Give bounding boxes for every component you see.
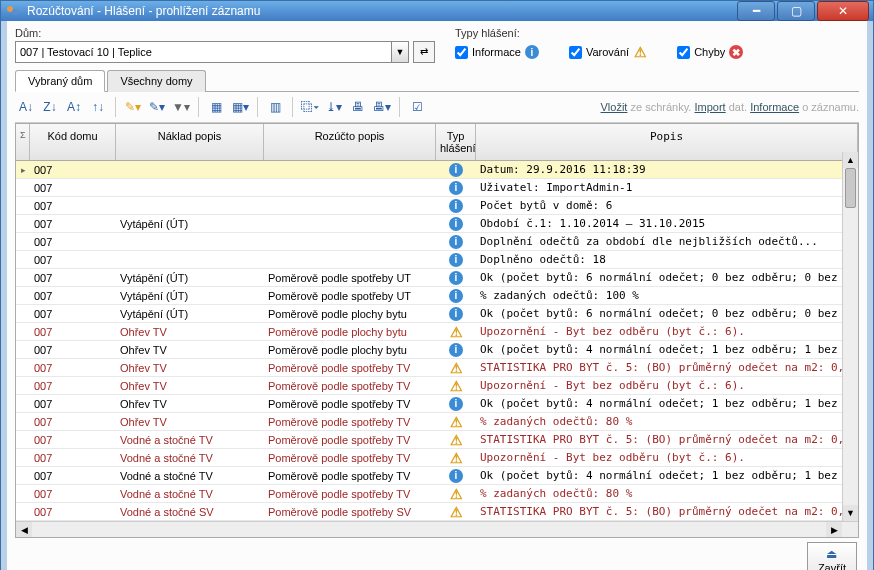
link-import[interactable]: Import [695,101,726,113]
dum-input[interactable] [15,41,392,63]
copy-icon[interactable]: ⿻▾ [299,96,321,118]
close-button[interactable]: ⏏ Zavřít [807,542,857,570]
table-row[interactable]: 007Ohřev TVPoměrově podle spotřeby TV⚠Up… [16,377,858,395]
sort-multi-icon[interactable]: ↑↓ [87,96,109,118]
close-window-button[interactable]: ✕ [817,1,869,21]
row-indicator [16,421,30,423]
table-row[interactable]: 007Vodné a stočné TVPoměrově podle spotř… [16,485,858,503]
col-kod-domu[interactable]: Kód domu [30,124,116,160]
row-indicator [16,241,30,243]
cell-kod: 007 [30,505,116,519]
vertical-scrollbar[interactable]: ▲ ▼ [842,152,858,521]
chk-varovani[interactable]: Varování ⚠ [569,45,647,59]
export-icon[interactable]: ⤓▾ [323,96,345,118]
chk-chyby-box[interactable] [677,46,690,59]
cell-rozucto [264,187,436,189]
col-sigma[interactable]: Σ [16,124,30,160]
cell-kod: 007 [30,235,116,249]
cell-typ: i [436,396,476,412]
table-row[interactable]: 007iDoplněno odečtů: 18 [16,251,858,269]
cell-popis: Doplnění odečtů za období dle nejbližšíc… [476,234,858,249]
columns-icon[interactable]: ▥ [264,96,286,118]
col-popis[interactable]: Popis [476,124,858,160]
chk-informace[interactable]: Informace i [455,45,539,59]
cell-popis: Doplněno odečtů: 18 [476,252,858,267]
cell-rozucto: Poměrově podle spotřeby TV [264,379,436,393]
table-row[interactable]: 007Vodné a stočné TVPoměrově podle spotř… [16,467,858,485]
print-icon[interactable]: 🖶 [347,96,369,118]
table-row[interactable]: 007Ohřev TVPoměrově podle spotřeby TViOk… [16,395,858,413]
highlight-icon[interactable]: ✎▾ [122,96,144,118]
print-options-icon[interactable]: 🖶▾ [371,96,393,118]
row-indicator [16,493,30,495]
row-indicator [16,259,30,261]
col-typ-hlaseni[interactable]: Typ hlášení [436,124,476,160]
cell-kod: 007 [30,433,116,447]
link-informace[interactable]: Informace [750,101,799,113]
col-rozucto-popis[interactable]: Rozúčto popis [264,124,436,160]
col-naklad-popis[interactable]: Náklad popis [116,124,264,160]
link-vlozit[interactable]: Vložit [601,101,628,113]
cell-rozucto: Poměrově podle spotřeby UT [264,271,436,285]
dum-lookup-button[interactable]: ⇄ [413,41,435,63]
table-row[interactable]: 007Vytápění (ÚT)iObdobí č.1: 1.10.2014 –… [16,215,858,233]
row-indicator [16,313,30,315]
grid-body[interactable]: ▸007iDatum: 29.9.2016 11:18:39007iUživat… [16,161,858,521]
table-row[interactable]: 007Vytápění (ÚT)Poměrově podle spotřeby … [16,269,858,287]
scroll-up-icon[interactable]: ▲ [843,152,858,168]
chk-varovani-box[interactable] [569,46,582,59]
table-row[interactable]: 007iDoplnění odečtů za období dle nejbli… [16,233,858,251]
horizontal-scrollbar[interactable]: ◀ ▶ [16,521,858,537]
table-row[interactable]: 007Vytápění (ÚT)Poměrově podle plochy by… [16,305,858,323]
tab-vsechny-domy[interactable]: Všechny domy [107,70,205,92]
tab-vybrany-dum[interactable]: Vybraný dům [15,70,105,92]
dum-combo[interactable]: ▼ [15,41,409,63]
scroll-left-icon[interactable]: ◀ [16,522,32,537]
table-row[interactable]: 007Vodné a stočné SVPoměrově podle spotř… [16,503,858,521]
cell-naklad: Ohřev TV [116,415,264,429]
cell-typ: ⚠ [436,432,476,448]
table-row[interactable]: 007iPočet bytů v domě: 6 [16,197,858,215]
scroll-right-icon[interactable]: ▶ [826,522,842,537]
sort-clear-icon[interactable]: A↕ [63,96,85,118]
dum-label: Dům: [15,27,435,39]
cell-kod: 007 [30,343,116,357]
sort-desc-icon[interactable]: Z↓ [39,96,61,118]
grid-options-icon[interactable]: ▦▾ [229,96,251,118]
cell-kod: 007 [30,253,116,267]
minimize-button[interactable]: ━ [737,1,775,21]
table-row[interactable]: ▸007iDatum: 29.9.2016 11:18:39 [16,161,858,179]
cell-rozucto: Poměrově podle spotřeby TV [264,487,436,501]
table-row[interactable]: 007Vytápění (ÚT)Poměrově podle spotřeby … [16,287,858,305]
table-row[interactable]: 007Ohřev TVPoměrově podle plochy bytu⚠Up… [16,323,858,341]
table-row[interactable]: 007Ohřev TVPoměrově podle spotřeby TV⚠% … [16,413,858,431]
grid-view-icon[interactable]: ▦ [205,96,227,118]
edit-icon[interactable]: ✎▾ [146,96,168,118]
info-icon: i [449,253,463,267]
titlebar[interactable]: Rozúčtování - Hlášení - prohlížení zázna… [1,1,873,21]
chevron-down-icon[interactable]: ▼ [392,41,409,63]
cell-rozucto: Poměrově podle spotřeby TV [264,469,436,483]
sort-asc-icon[interactable]: A↓ [15,96,37,118]
row-indicator [16,349,30,351]
cell-kod: 007 [30,415,116,429]
table-row[interactable]: 007Vodné a stočné TVPoměrově podle spotř… [16,449,858,467]
filter-icon[interactable]: ▼▾ [170,96,192,118]
cell-kod: 007 [30,379,116,393]
maximize-button[interactable]: ▢ [777,1,815,21]
select-all-icon[interactable]: ☑ [406,96,428,118]
scroll-thumb[interactable] [845,168,856,208]
scroll-down-icon[interactable]: ▼ [843,505,858,521]
table-row[interactable]: 007iUživatel: ImportAdmin-1 [16,179,858,197]
cell-typ: i [436,234,476,250]
chk-chyby[interactable]: Chyby ✖ [677,45,743,59]
cell-kod: 007 [30,451,116,465]
info-icon: i [449,289,463,303]
table-row[interactable]: 007Ohřev TVPoměrově podle spotřeby TV⚠ST… [16,359,858,377]
data-grid: Σ Kód domu Náklad popis Rozúčto popis Ty… [15,123,859,538]
cell-rozucto: Poměrově podle spotřeby UT [264,289,436,303]
table-row[interactable]: 007Vodné a stočné TVPoměrově podle spotř… [16,431,858,449]
table-row[interactable]: 007Ohřev TVPoměrově podle plochy bytuiOk… [16,341,858,359]
chk-informace-box[interactable] [455,46,468,59]
cell-typ: i [436,288,476,304]
